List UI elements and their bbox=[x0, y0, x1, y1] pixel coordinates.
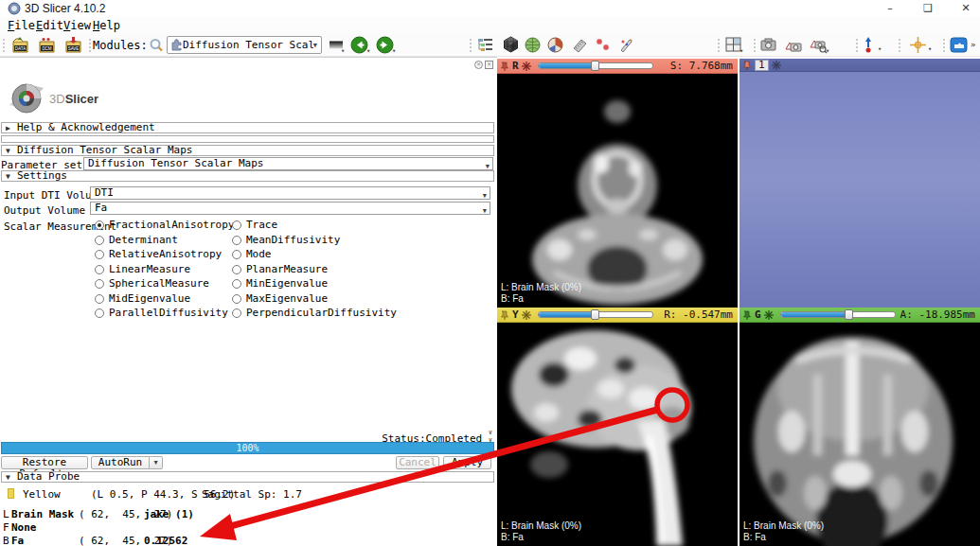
radio-parallel-diffusivity[interactable]: ParallelDiffusivity bbox=[95, 307, 228, 319]
measurements-icon[interactable] bbox=[571, 36, 589, 54]
app-icon bbox=[8, 2, 21, 15]
chevron-down-icon[interactable]: ▾ bbox=[928, 45, 932, 53]
radio-trace[interactable]: Trace bbox=[232, 219, 277, 231]
radio-linear-measure[interactable]: LinearMeasure bbox=[95, 263, 190, 275]
load-dicom-icon[interactable]: DCM bbox=[38, 36, 56, 54]
radio-mid-eigenvalue[interactable]: MidEigenvalue bbox=[95, 292, 190, 305]
yellow-slice-slider[interactable] bbox=[538, 310, 653, 319]
pin-icon[interactable] bbox=[500, 310, 509, 320]
radio-mean-diffusivity[interactable]: MeanDiffusivity bbox=[232, 234, 340, 246]
close-button[interactable]: ✕ bbox=[952, 0, 980, 16]
green-slice-view[interactable]: G A: -18.985mm bbox=[739, 308, 980, 546]
chevron-down-icon[interactable]: ▾ bbox=[739, 47, 743, 55]
section-data-probe-header[interactable]: ▼Data Probe bbox=[1, 471, 494, 483]
threed-view[interactable]: 1 bbox=[739, 59, 980, 308]
screenshot-icon[interactable] bbox=[759, 36, 777, 54]
cancel-button[interactable]: Cancel bbox=[396, 456, 439, 469]
crosshair-icon[interactable] bbox=[909, 36, 927, 54]
radio-fractional-anisotropy[interactable]: FractionalAnisotropy bbox=[95, 219, 234, 231]
yellow-view-controller[interactable]: Y R: -0.547mm bbox=[497, 308, 738, 323]
toolbar-separator bbox=[2, 38, 6, 52]
red-slice-view[interactable]: R S: 7.768mm bbox=[497, 59, 738, 308]
radio-perpendicular-diffusivity[interactable]: PerpendicularDiffusivity bbox=[232, 307, 397, 319]
radio-planar-measure[interactable]: PlanarMeasure bbox=[232, 263, 328, 275]
chevron-down-icon[interactable]: ▾ bbox=[366, 47, 370, 55]
input-dti-volume-combobox[interactable]: DTI bbox=[90, 186, 490, 200]
chevron-down-icon[interactable]: ▼ bbox=[150, 456, 163, 469]
radio-spherical-measure[interactable]: SphericalMeasure bbox=[95, 277, 209, 290]
slider-handle[interactable] bbox=[591, 309, 599, 320]
svg-text:DCM: DCM bbox=[42, 46, 51, 51]
toolbar-separator bbox=[942, 38, 946, 52]
main-toolbar: DATA DCM SAVE Modules: Diffusion Tensor … bbox=[0, 33, 980, 57]
pin-icon[interactable] bbox=[500, 62, 509, 71]
radio-dot bbox=[95, 294, 104, 304]
slider-handle[interactable] bbox=[845, 309, 853, 320]
chevron-down-icon[interactable]: ▾ bbox=[392, 47, 396, 55]
radio-mode[interactable]: Mode bbox=[232, 248, 272, 260]
module-search-icon[interactable] bbox=[149, 36, 164, 54]
panel-undock-icon[interactable]: ✕ bbox=[474, 61, 483, 69]
chevron-down-icon[interactable]: ▾ bbox=[826, 47, 829, 55]
section-module-header[interactable]: ▼Diffusion Tensor Scalar Maps bbox=[1, 145, 494, 156]
section-help-acknowledgement[interactable]: ▶Help & Acknowledgement bbox=[1, 122, 494, 133]
scene-view-capture-icon[interactable] bbox=[784, 36, 802, 54]
threed-view-controller[interactable]: 1 bbox=[739, 59, 980, 72]
radio-relative-anisotropy[interactable]: RelativeAnisotropy bbox=[95, 248, 222, 260]
toolbar-separator bbox=[753, 38, 757, 52]
yellow-slice-view[interactable]: Y R: -0.547mm bbox=[497, 308, 738, 546]
radio-dot bbox=[95, 236, 104, 245]
radio-dot bbox=[95, 279, 104, 289]
threed-view-canvas[interactable] bbox=[739, 72, 980, 308]
extensions-manager-icon[interactable] bbox=[950, 36, 968, 54]
minimize-button[interactable]: – bbox=[876, 0, 904, 16]
pin-icon[interactable] bbox=[742, 61, 752, 70]
pin-icon[interactable] bbox=[742, 310, 752, 320]
volume-rendering-icon[interactable] bbox=[502, 36, 520, 54]
save-icon[interactable]: SAVE bbox=[64, 36, 82, 54]
autorun-button[interactable]: AutoRun ▼ bbox=[91, 456, 163, 469]
section-settings-header[interactable]: ▼Settings bbox=[1, 170, 494, 182]
output-volume-combobox[interactable]: Fa bbox=[90, 202, 490, 215]
markups-icon[interactable] bbox=[595, 36, 613, 54]
radio-dot bbox=[232, 279, 241, 289]
threed-view-label: 1 bbox=[755, 60, 769, 71]
green-slice-slider[interactable] bbox=[780, 310, 896, 319]
maximize-button[interactable]: ❑ bbox=[914, 0, 942, 16]
red-slice-slider[interactable] bbox=[538, 62, 653, 70]
expanded-triangle-icon: ▼ bbox=[6, 147, 17, 156]
green-view-controller[interactable]: G A: -18.985mm bbox=[739, 308, 980, 323]
visibility-links-icon[interactable] bbox=[764, 310, 774, 320]
place-fiducial-icon[interactable] bbox=[862, 36, 875, 54]
radio-max-eigenvalue[interactable]: MaxEigenvalue bbox=[232, 292, 328, 305]
chevron-down-icon[interactable]: ▾ bbox=[341, 47, 345, 55]
toolbar-overflow-chevron[interactable]: » bbox=[971, 40, 975, 49]
visibility-links-icon[interactable] bbox=[522, 62, 531, 71]
visibility-links-icon[interactable] bbox=[522, 310, 531, 320]
autorun-label[interactable]: AutoRun bbox=[91, 456, 150, 469]
slider-handle[interactable] bbox=[591, 61, 599, 71]
menu-help[interactable]: Help bbox=[89, 18, 124, 33]
annotations-icon[interactable] bbox=[617, 36, 635, 54]
yellow-view-image[interactable]: L: Brain Mask (0%) B: Fa bbox=[497, 323, 738, 546]
probe-row-label: L bbox=[3, 508, 9, 520]
toolbar-separator bbox=[717, 38, 721, 52]
subject-hierarchy-icon[interactable] bbox=[476, 36, 494, 54]
apply-button[interactable]: Apply bbox=[443, 456, 491, 469]
radio-min-eigenvalue[interactable]: MinEigenvalue bbox=[232, 277, 328, 290]
restore-defaults-button[interactable]: Restore Defaults bbox=[1, 456, 88, 469]
red-view-image[interactable]: L: Brain Mask (0%) B: Fa bbox=[497, 74, 738, 308]
chevron-down-icon[interactable]: ▾ bbox=[878, 45, 882, 53]
module-selector-combobox[interactable]: Diffusion Tensor Scalar Maps ▼ bbox=[167, 36, 322, 54]
radio-determinant[interactable]: Determinant bbox=[95, 234, 178, 246]
models-icon[interactable] bbox=[524, 36, 542, 54]
radio-dot bbox=[95, 220, 104, 230]
green-view-image[interactable]: L: Brain Mask (0%) B: Fa bbox=[739, 323, 980, 546]
visibility-links-icon[interactable] bbox=[772, 61, 781, 70]
load-data-icon[interactable]: DATA bbox=[11, 36, 29, 54]
segmentations-icon[interactable] bbox=[546, 36, 564, 54]
red-view-layer-info: L: Brain Mask (0%) B: Fa bbox=[501, 282, 581, 305]
red-view-controller[interactable]: R S: 7.768mm bbox=[497, 59, 738, 74]
parameter-set-combobox[interactable]: Diffusion Tensor Scalar Maps bbox=[83, 157, 493, 170]
panel-close-icon[interactable]: ✕ bbox=[485, 61, 493, 69]
